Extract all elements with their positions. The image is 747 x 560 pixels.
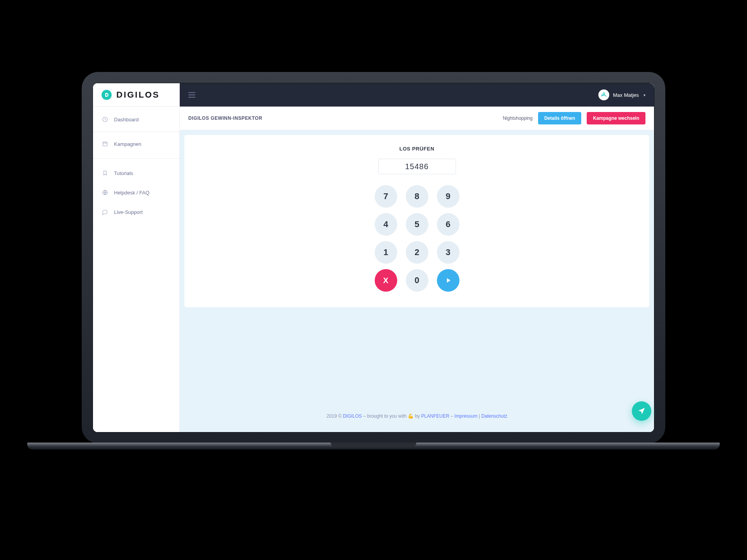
keypad-clear-button[interactable]: X (375, 269, 397, 292)
topbar: Max Matjes ▾ (180, 83, 654, 107)
laptop-screen-outer: DIGILOS Dashboard (82, 72, 665, 443)
footer-by: by (414, 413, 421, 419)
footer-datenschutz-link[interactable]: Datenschutz (481, 413, 507, 419)
keypad-5[interactable]: 5 (406, 213, 428, 236)
sidebar-item-label: Dashboard (114, 117, 139, 122)
user-name: Max Matjes (613, 92, 639, 98)
footer-author-link[interactable]: PLANFEUER (421, 413, 449, 419)
sidebar-item-live-support[interactable]: Live-Support (93, 202, 179, 222)
menu-toggle-button[interactable] (188, 92, 195, 98)
keypad-8[interactable]: 8 (406, 185, 428, 208)
details-button[interactable]: Details öffnen (538, 112, 581, 124)
laptop-base (27, 443, 720, 454)
play-icon (444, 276, 452, 284)
svg-rect-1 (103, 142, 107, 146)
footer-impressum-link[interactable]: Impressum (454, 413, 477, 419)
keypad: 7 8 9 4 5 6 (375, 185, 459, 292)
sidebar-item-label: Live-Support (114, 209, 143, 215)
avatar-icon (598, 89, 609, 100)
ticket-number-input[interactable] (378, 159, 456, 174)
nav-divider (93, 158, 179, 159)
sidebar-item-tutorials[interactable]: Tutorials (93, 163, 179, 183)
switch-campaign-button[interactable]: Kampagne wechseln (587, 112, 645, 124)
footer: 2019 © DIGILOS – brought to you with 💪 b… (184, 406, 649, 427)
brand-name: DIGILOS (116, 90, 160, 100)
chevron-down-icon: ▾ (644, 93, 645, 97)
laptop-mockup: DIGILOS Dashboard (82, 72, 665, 454)
sidebar-item-label: Helpdesk / FAQ (114, 190, 149, 196)
help-fab-button[interactable] (632, 401, 651, 421)
sidebar-item-label: Kampagnen (114, 141, 141, 147)
chat-icon (102, 208, 109, 215)
keypad-7[interactable]: 7 (375, 185, 397, 208)
nav-divider (93, 131, 179, 132)
footer-pipe: | (477, 413, 481, 419)
keypad-3[interactable]: 3 (437, 241, 459, 264)
keypad-9[interactable]: 9 (437, 185, 459, 208)
ticket-check-card: LOS PRÜFEN 7 8 9 4 (184, 135, 649, 307)
muscle-emoji-icon: 💪 (408, 413, 414, 419)
sidebar-item-label: Tutorials (114, 170, 133, 176)
laptop-bezel: DIGILOS Dashboard (93, 83, 654, 432)
dashboard-icon (102, 116, 109, 123)
footer-year: 2019 © (326, 413, 343, 419)
sidebar-nav: Dashboard Kampagnen (93, 107, 179, 222)
content: LOS PRÜFEN 7 8 9 4 (180, 130, 654, 432)
globe-icon (102, 189, 109, 196)
footer-brand-link[interactable]: DIGILOS (343, 413, 362, 419)
keypad-4[interactable]: 4 (375, 213, 397, 236)
keypad-1[interactable]: 1 (375, 241, 397, 264)
subheader-actions: Nightshopping Details öffnen Kampagne we… (503, 112, 645, 124)
keypad-0[interactable]: 0 (406, 269, 428, 292)
main-area: Max Matjes ▾ DIGILOS GEWINN-INSPEKTOR Ni… (180, 83, 654, 432)
sidebar: DIGILOS Dashboard (93, 83, 180, 432)
brand-logo-badge-icon (102, 90, 112, 100)
bookmark-icon (102, 170, 109, 177)
app-root: DIGILOS Dashboard (93, 83, 654, 432)
app-screen: DIGILOS Dashboard (93, 83, 654, 432)
footer-dash: – (449, 413, 454, 419)
subheader: DIGILOS GEWINN-INSPEKTOR Nightshopping D… (180, 107, 654, 130)
brand-logo[interactable]: DIGILOS (93, 83, 179, 107)
sidebar-item-helpdesk[interactable]: Helpdesk / FAQ (93, 183, 179, 202)
footer-mid: – brought to you with (362, 413, 408, 419)
paper-plane-icon (637, 407, 646, 415)
keypad-2[interactable]: 2 (406, 241, 428, 264)
keypad-submit-button[interactable] (437, 269, 459, 292)
calendar-icon (102, 140, 109, 147)
svg-point-3 (603, 93, 605, 95)
sidebar-item-dashboard[interactable]: Dashboard (93, 110, 179, 129)
keypad-6[interactable]: 6 (437, 213, 459, 236)
user-menu[interactable]: Max Matjes ▾ (598, 89, 645, 100)
page-title: DIGILOS GEWINN-INSPEKTOR (188, 116, 262, 121)
sidebar-item-kampagnen[interactable]: Kampagnen (93, 134, 179, 154)
campaign-name: Nightshopping (503, 116, 533, 121)
card-title: LOS PRÜFEN (400, 146, 435, 152)
